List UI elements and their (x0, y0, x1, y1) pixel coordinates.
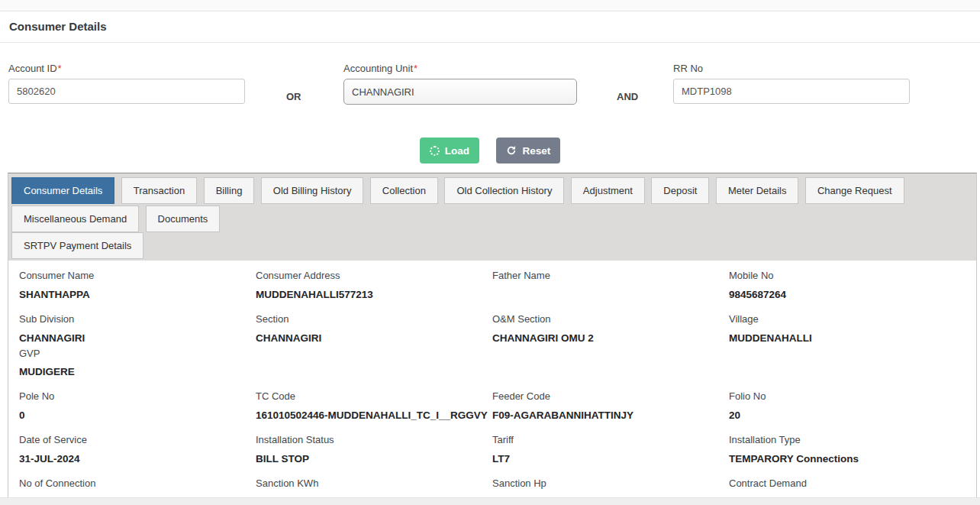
detail-installation-status: Installation Status BILL STOP (256, 434, 492, 477)
accounting-unit-input[interactable] (343, 79, 577, 105)
detail-value: TEMPARORY Connections (729, 453, 965, 465)
detail-label: Installation Status (256, 434, 492, 445)
detail-label: O&M Section (492, 313, 729, 325)
detail-label: Consumer Address (256, 270, 492, 281)
detail-label: Village (729, 313, 965, 325)
accounting-unit-label: Accounting Unit* (343, 63, 577, 74)
rr-no-field-group: RR No (673, 63, 910, 104)
detail-sub-division: Sub Division CHANNAGIRI GVP MUDIGERE (19, 313, 256, 390)
account-id-label-text: Account ID (8, 63, 57, 74)
detail-label: Sanction Hp (492, 477, 729, 489)
tab-collection[interactable]: Collection (370, 177, 438, 204)
or-label: OR (286, 91, 301, 102)
detail-label: Sanction KWh (256, 477, 492, 489)
detail-tariff: Tariff LT7 (492, 434, 729, 477)
tab-old-billing-history[interactable]: Old Billing History (261, 177, 364, 204)
detail-value: SHANTHAPPA (19, 289, 256, 301)
load-button-label: Load (445, 145, 469, 157)
detail-gvp-value: MUDIGERE (19, 366, 256, 378)
page-header: Consumer Details (0, 11, 980, 43)
detail-label: Consumer Name (19, 270, 256, 281)
tab-meter-details[interactable]: Meter Details (716, 177, 799, 204)
tab-old-collection-history[interactable]: Old Collection History (444, 177, 564, 204)
and-label: AND (617, 91, 638, 102)
detail-label: Feeder Code (492, 390, 729, 402)
detail-value: 20 (729, 410, 965, 422)
detail-label: Sub Division (19, 313, 256, 325)
detail-consumer-address: Consumer Address MUDDENAHALLI577213 (256, 270, 492, 313)
detail-label: Date of Service (19, 434, 256, 445)
detail-om-section: O&M Section CHANNAGIRI OMU 2 (492, 313, 729, 390)
detail-value: MUDDENAHALLI (729, 332, 965, 345)
detail-value: CHANNAGIRI OMU 2 (492, 332, 729, 345)
detail-folio-no: Folio No 20 (729, 390, 965, 434)
tab-transaction[interactable]: Transaction (121, 177, 197, 204)
detail-feeder-code: Feeder Code F09-AGARABANNIHATTINJY (492, 390, 729, 434)
detail-date-of-service: Date of Service 31-JUL-2024 (19, 434, 256, 477)
detail-value: CHANNAGIRI (19, 332, 256, 345)
detail-value: 31-JUL-2024 (19, 453, 256, 465)
tab-billing[interactable]: Billing (204, 177, 255, 204)
page-title: Consumer Details (9, 20, 971, 33)
account-id-input[interactable] (8, 79, 245, 104)
detail-label: Folio No (729, 390, 965, 402)
reset-button[interactable]: Reset (496, 138, 560, 163)
tab-change-request[interactable]: Change Request (805, 177, 904, 204)
tab-row-1: Consumer Details Transaction Billing Old… (10, 176, 975, 232)
tab-miscellaneous-demand[interactable]: Miscellaneous Demand (11, 206, 139, 232)
detail-mobile-no: Mobile No 9845687264 (729, 270, 965, 313)
detail-value: LT7 (492, 453, 729, 465)
reset-button-label: Reset (522, 145, 550, 157)
account-id-field-group: Account ID* (8, 63, 245, 104)
rr-no-input[interactable] (673, 79, 910, 104)
button-row: Load Reset (0, 134, 980, 173)
search-form: Account ID* OR Accounting Unit* AND RR N… (0, 43, 980, 134)
tab-row-2: SRTPV Payment Details (10, 232, 975, 261)
detail-section: Section CHANNAGIRI (256, 313, 492, 390)
top-band (0, 0, 980, 11)
required-asterisk: * (58, 63, 62, 74)
detail-tc-code: TC Code 161010502446-MUDDENAHALLI_TC_I__… (256, 390, 492, 434)
detail-label: Tariff (492, 434, 729, 445)
consumer-details-grid: Consumer Name SHANTHAPPA Consumer Addres… (8, 261, 976, 505)
detail-label: TC Code (256, 390, 492, 402)
detail-pole-no: Pole No 0 (19, 390, 256, 434)
detail-label: Pole No (19, 390, 256, 402)
detail-value: 9845687264 (729, 289, 965, 301)
tab-srtpv-payment-details[interactable]: SRTPV Payment Details (11, 232, 143, 259)
detail-installation-type: Installation Type TEMPARORY Connections (729, 434, 965, 477)
detail-value: BILL STOP (256, 453, 492, 465)
spinner-icon (430, 146, 440, 156)
detail-gvp-label: GVP (19, 348, 256, 359)
tab-deposit[interactable]: Deposit (651, 177, 709, 204)
tab-adjustment[interactable]: Adjustment (571, 177, 645, 204)
tab-consumer-details[interactable]: Consumer Details (11, 177, 114, 204)
detail-label: Contract Demand (729, 477, 965, 489)
accounting-unit-field-group: Accounting Unit* (343, 63, 577, 105)
detail-label: No of Connection (19, 477, 256, 489)
account-id-label: Account ID* (8, 63, 245, 74)
tab-strip: Consumer Details Transaction Billing Old… (8, 173, 976, 261)
load-button[interactable]: Load (420, 138, 479, 163)
detail-value: MUDDENAHALLI577213 (256, 289, 492, 301)
horizontal-scrollbar[interactable] (0, 497, 980, 505)
detail-value: 0 (19, 410, 256, 422)
rr-no-label: RR No (673, 63, 910, 74)
detail-father-name: Father Name (492, 270, 729, 313)
detail-label: Mobile No (729, 270, 965, 281)
detail-village: Village MUDDENAHALLI (729, 313, 965, 390)
tab-documents[interactable]: Documents (146, 206, 221, 232)
required-asterisk: * (414, 63, 417, 74)
detail-label: Installation Type (729, 434, 965, 445)
detail-value: F09-AGARABANNIHATTINJY (492, 410, 729, 422)
detail-consumer-name: Consumer Name SHANTHAPPA (19, 270, 256, 313)
accounting-unit-label-text: Accounting Unit (343, 63, 413, 74)
refresh-icon (506, 145, 517, 156)
detail-value: CHANNAGIRI (256, 332, 492, 345)
consumer-details-panel: Consumer Details Transaction Billing Old… (8, 173, 977, 505)
detail-value: 161010502446-MUDDENAHALLI_TC_I__RGGVY (256, 410, 492, 422)
detail-label: Father Name (492, 270, 729, 281)
detail-label: Section (256, 313, 492, 325)
detail-value (492, 289, 729, 301)
